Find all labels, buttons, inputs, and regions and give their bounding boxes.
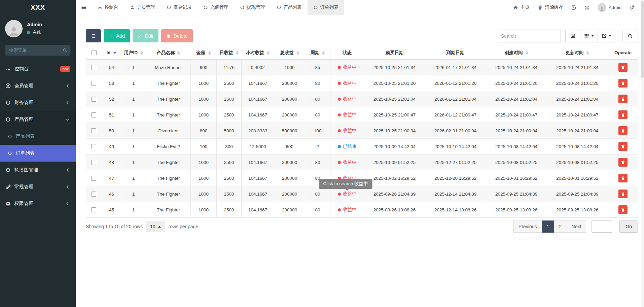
tab-product-list[interactable]: 产品列表: [271, 0, 308, 15]
status-badge[interactable]: 收益中: [338, 64, 357, 70]
row-checkbox[interactable]: [91, 97, 96, 102]
cell-user-id: 1: [121, 60, 146, 75]
table-search-input[interactable]: [497, 30, 561, 42]
sidebar-item-banners[interactable]: 轮播图管理: [0, 162, 76, 178]
row-checkbox[interactable]: [91, 65, 96, 70]
tab-members[interactable]: 会员管理: [124, 0, 161, 15]
go-button[interactable]: Go: [619, 220, 638, 233]
toggle-view-button[interactable]: [565, 30, 580, 42]
home-link[interactable]: 主页: [509, 0, 534, 15]
settings-button[interactable]: [625, 0, 639, 15]
delete-button[interactable]: Delete: [161, 29, 193, 42]
export-button[interactable]: [598, 30, 615, 42]
cell-created-at: 2025-10-08 14:42:04: [486, 139, 547, 155]
tab-order-list[interactable]: 订单列表: [308, 0, 344, 15]
language-button[interactable]: [567, 0, 580, 15]
cell-expire-date: 2026-01-12 21:01:20: [425, 75, 486, 91]
cell-updated-at: 2025-09-25 13:08:26: [547, 202, 608, 218]
status-badge[interactable]: 收益中: [338, 128, 357, 134]
vertical-scrollbar[interactable]: [641, 0, 644, 307]
sidebar-item-finance[interactable]: 财务管理: [0, 94, 76, 111]
delete-row-button[interactable]: [618, 95, 628, 103]
sidebar-item-dashboard[interactable]: 控制台hot: [0, 61, 76, 77]
cell-buy-date: 2025-10-09 14:42:04: [364, 139, 425, 155]
select-all-checkbox[interactable]: [92, 50, 97, 55]
delete-row-button[interactable]: [618, 190, 628, 198]
add-button[interactable]: Add: [104, 29, 130, 42]
cell-total-profit: 200000: [274, 170, 305, 186]
row-checkbox[interactable]: [91, 176, 96, 181]
scrollbar-thumb[interactable]: [641, 1, 644, 78]
sidebar-toggle-button[interactable]: [76, 0, 92, 15]
status-badge[interactable]: 收益中: [338, 207, 357, 213]
status-badge[interactable]: 收益中: [338, 80, 357, 86]
delete-row-button[interactable]: [618, 63, 628, 72]
delete-row-button[interactable]: [618, 126, 628, 135]
next-page-button[interactable]: Next: [567, 220, 586, 233]
cell-status: 收益中: [330, 202, 364, 218]
cell-select: [86, 139, 102, 155]
page-size-dropdown[interactable]: 10: [146, 221, 166, 232]
cell-status: 收益中: [330, 91, 364, 107]
col-header-total-profit[interactable]: 总收益: [274, 46, 305, 60]
sidebar-item-permissions[interactable]: 权限管理: [0, 195, 76, 212]
status-badge[interactable]: 收益中: [338, 96, 357, 102]
row-checkbox[interactable]: [91, 192, 96, 197]
clear-cache-link[interactable]: 清除缓存: [534, 0, 567, 15]
status-badge[interactable]: 收益中: [338, 112, 357, 118]
col-header-period[interactable]: 周期: [305, 46, 330, 60]
col-header-buy-date: 购买日期: [364, 46, 425, 60]
delete-row-button[interactable]: [618, 79, 628, 88]
col-header-product-name[interactable]: 产品名称: [146, 46, 191, 60]
delete-row-button[interactable]: [618, 110, 628, 119]
delete-row-button[interactable]: [618, 205, 628, 214]
row-checkbox[interactable]: [91, 144, 96, 149]
sidebar-item-products[interactable]: 产品管理: [0, 111, 76, 128]
delete-row-button[interactable]: [618, 142, 628, 151]
cell-updated-at: 2025-10-08 01:52:25: [547, 155, 608, 170]
col-header-id[interactable]: Id: [102, 46, 121, 60]
page-button-1[interactable]: 1: [542, 220, 554, 233]
app-root: XXX Admin 在线 控制台hot 会员管理 财务管理 产品管理: [0, 0, 644, 307]
status-badge[interactable]: 收益中: [338, 159, 357, 165]
sidebar-item-members[interactable]: 会员管理: [0, 77, 76, 94]
cell-hourly-profit: 104.1667: [242, 170, 274, 186]
fullscreen-button[interactable]: [580, 0, 594, 15]
goto-page-input[interactable]: [592, 220, 612, 233]
col-header-created-at[interactable]: 创建时间: [486, 46, 547, 60]
row-checkbox[interactable]: [91, 207, 96, 212]
tab-dashboard[interactable]: 控制台: [92, 0, 124, 15]
table-header-row: Id 用户ID 产品名称 金额 日收益 小时收益 总收益 周期 状态 购买日期 …: [86, 46, 638, 60]
sidebar-item-general[interactable]: 常规管理: [0, 178, 76, 195]
sidebar-search-input[interactable]: [5, 45, 71, 56]
page-button-2[interactable]: 2: [554, 220, 567, 233]
tab-withdraw[interactable]: 提现管理: [234, 0, 271, 15]
previous-page-button[interactable]: Previous: [513, 220, 542, 233]
refresh-button[interactable]: [86, 29, 101, 42]
ring-icon: [277, 5, 281, 10]
col-header-user-id[interactable]: 用户ID: [121, 46, 146, 60]
col-header-hourly-profit[interactable]: 小时收益: [242, 46, 274, 60]
col-header-updated-at[interactable]: 更新时间: [547, 46, 608, 60]
col-header-amount[interactable]: 金额: [191, 46, 216, 60]
row-checkbox[interactable]: [91, 81, 96, 86]
row-checkbox[interactable]: [91, 112, 96, 117]
col-header-daily-profit[interactable]: 日收益: [216, 46, 241, 60]
status-badge[interactable]: 已结束: [338, 143, 357, 149]
sidebar-item-order-list[interactable]: 订单列表: [0, 145, 76, 162]
cell-buy-date: 2025-10-25 21:01:20: [364, 75, 425, 91]
row-checkbox[interactable]: [91, 128, 96, 133]
cell-product-name: The Fighter: [146, 186, 191, 202]
delete-row-button[interactable]: [618, 158, 628, 167]
col-header-label: 创建时间: [505, 50, 523, 55]
delete-row-button[interactable]: [618, 174, 628, 182]
search-button[interactable]: [622, 30, 638, 42]
user-menu[interactable]: Admin: [594, 0, 625, 15]
tab-fund-records[interactable]: 资金记录: [161, 0, 198, 15]
cell-buy-date: 2025-10-25 21:00:47: [364, 107, 425, 123]
row-checkbox[interactable]: [91, 160, 96, 165]
tab-recharge[interactable]: 充值管理: [198, 0, 234, 15]
edit-button[interactable]: Edit: [133, 29, 158, 42]
sidebar-item-product-list[interactable]: 产品列表: [0, 128, 76, 145]
columns-button[interactable]: [580, 30, 598, 42]
